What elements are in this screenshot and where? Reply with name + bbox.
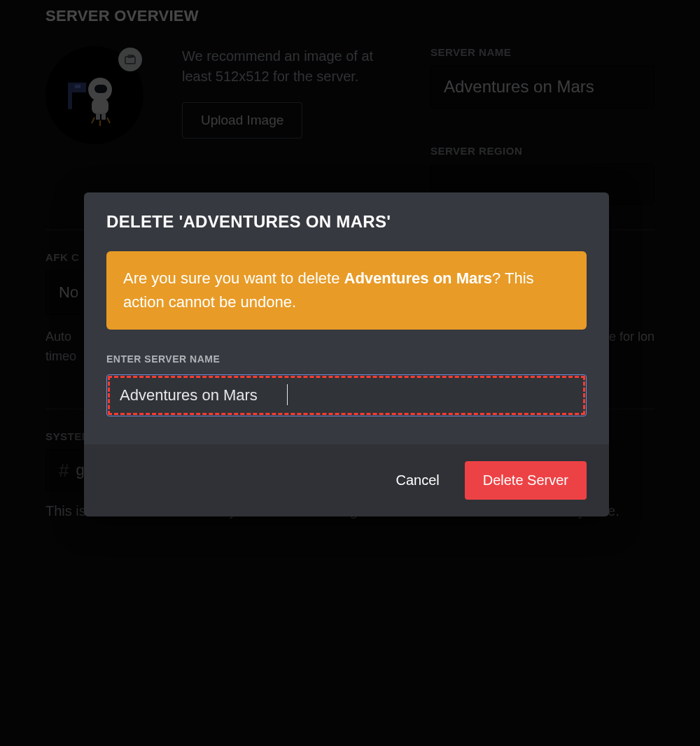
server-name-label: SERVER NAME — [430, 46, 654, 58]
cancel-button[interactable]: Cancel — [396, 472, 439, 488]
confirm-input-wrap — [106, 374, 587, 416]
page-title: SERVER OVERVIEW — [46, 7, 654, 25]
recommend-column: We recommend an image of at least 512x51… — [182, 46, 392, 204]
server-name-input[interactable] — [430, 65, 654, 108]
upload-image-icon[interactable] — [118, 48, 142, 71]
confirm-input-label: ENTER SERVER NAME — [106, 353, 587, 365]
svg-rect-4 — [94, 85, 107, 93]
server-region-label: SERVER REGION — [430, 145, 654, 157]
svg-rect-0 — [68, 83, 72, 109]
modal-footer: Cancel Delete Server — [84, 444, 609, 516]
warning-box: Are you sure you want to delete Adventur… — [106, 251, 587, 330]
modal-body: DELETE 'ADVENTURES ON MARS' Are you sure… — [84, 192, 609, 444]
svg-rect-6 — [96, 113, 100, 120]
avatar-column — [46, 46, 144, 204]
delete-server-button[interactable]: Delete Server — [465, 461, 587, 500]
hash-icon: # — [59, 460, 69, 481]
confirm-server-name-input[interactable] — [106, 374, 587, 416]
upload-image-button[interactable]: Upload Image — [182, 102, 302, 139]
recommend-text: We recommend an image of at least 512x51… — [182, 46, 392, 87]
server-avatar[interactable] — [46, 46, 144, 144]
text-caret — [287, 384, 288, 405]
delete-server-modal: DELETE 'ADVENTURES ON MARS' Are you sure… — [84, 192, 609, 516]
modal-title: DELETE 'ADVENTURES ON MARS' — [106, 212, 587, 232]
overview-row: We recommend an image of at least 512x51… — [46, 46, 654, 204]
svg-rect-2 — [75, 85, 80, 88]
server-name-column: SERVER NAME SERVER REGION — [430, 46, 654, 204]
svg-rect-5 — [92, 99, 108, 114]
svg-rect-7 — [102, 113, 106, 120]
